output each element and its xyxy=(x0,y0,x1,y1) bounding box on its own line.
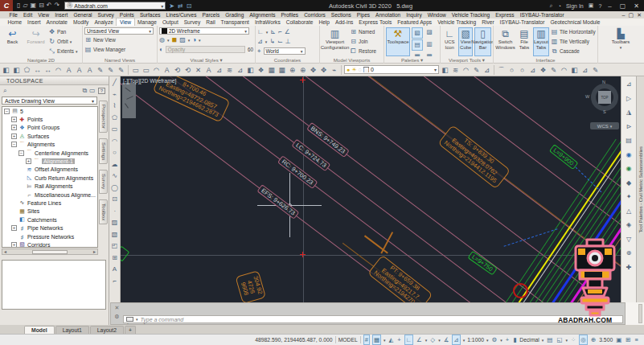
ortho-mode-icon[interactable]: ∟ xyxy=(404,335,413,345)
polygon-icon[interactable]: ⬠ xyxy=(110,113,120,125)
tree-item-centerline-alignments[interactable]: −⌒Centerline Alignments xyxy=(2,149,97,157)
ucs-icon-4[interactable]: ∠ xyxy=(285,28,290,35)
ribbon-tab-annotate[interactable]: Annotate xyxy=(43,18,70,26)
tree-horizontal-scrollbar[interactable]: ◄► xyxy=(2,248,98,255)
join-icon[interactable]: ⊿ xyxy=(236,64,244,76)
menu-grading[interactable]: Grading xyxy=(223,12,247,18)
make-current-icon[interactable]: ✎ xyxy=(472,64,481,76)
ribbon-tab-rail[interactable]: Rail xyxy=(203,18,218,26)
tile-horizontally-button[interactable]: ▤Tile Horizontally xyxy=(551,27,596,36)
attach-icon[interactable]: ⊕ xyxy=(288,64,297,76)
mark-icon[interactable]: ⌁ xyxy=(330,64,338,76)
grid-display-icon[interactable]: # xyxy=(363,335,370,345)
scale-icon[interactable]: ✎ xyxy=(106,64,115,76)
square-icon[interactable]: ⟲ xyxy=(173,64,182,76)
mdi-minimize-button[interactable]: – xyxy=(622,12,626,18)
menu-sections[interactable]: Sections xyxy=(328,12,354,18)
tree-item-alignments[interactable]: −⌒Alignments xyxy=(2,141,97,149)
menu-surfaces[interactable]: Surfaces xyxy=(137,12,163,18)
panel-label[interactable]: Visual Styles ▾ xyxy=(158,56,255,64)
view-manager-button[interactable]: ▤View Manager xyxy=(84,45,155,54)
ribbon-tab-featured-apps[interactable]: Featured Apps xyxy=(395,18,435,26)
block-icon[interactable]: ▦ xyxy=(277,64,286,76)
ribbon-tab-insert[interactable]: Insert xyxy=(25,18,44,26)
ucs-icon-button[interactable]: ∟ UCS Icon xyxy=(442,27,457,56)
app-logo-icon[interactable]: C xyxy=(0,0,13,11)
menu-survey[interactable]: Survey xyxy=(95,12,117,18)
dynamic-input-icon[interactable]: + xyxy=(396,335,401,344)
hatch-icon[interactable]: ▨ xyxy=(110,217,120,229)
tree-item-offset-alignments[interactable]: ≋Offset Alignments xyxy=(2,166,97,174)
switch-windows-button[interactable]: ⧉ Switch Windows xyxy=(495,27,515,56)
layer-off-icon[interactable]: ◠ xyxy=(461,64,470,76)
add-scales-icon[interactable]: + xyxy=(505,335,510,344)
arc-icon[interactable]: ◠ xyxy=(110,136,120,148)
redo-icon[interactable]: ↷ xyxy=(55,2,60,10)
mdi-restore-button[interactable]: ▢ xyxy=(629,12,634,18)
customize-icon[interactable]: ⚙ xyxy=(114,314,119,320)
join-viewports-button[interactable]: ⊟Join xyxy=(350,37,376,46)
insert-icon[interactable]: ▦ xyxy=(267,64,276,76)
lock-icon[interactable]: ≋ xyxy=(225,64,234,76)
close-button[interactable]: ✕ xyxy=(632,2,641,10)
quick-properties-icon[interactable]: ▤ xyxy=(546,335,553,344)
line-icon[interactable]: ╱ xyxy=(110,77,120,89)
restore-button[interactable]: ▢ xyxy=(618,2,628,10)
lasso-icon[interactable]: ▭ xyxy=(142,64,150,76)
arrow-icon[interactable]: ⟲ xyxy=(183,64,192,76)
menu-express[interactable]: Express xyxy=(493,12,517,18)
properties-icon[interactable]: ✎ xyxy=(549,64,558,76)
stamp-3-icon[interactable]: △ xyxy=(623,205,635,219)
infer-constraints-icon[interactable]: ◭ xyxy=(388,335,395,344)
rectangle-icon[interactable]: ▭ xyxy=(110,124,120,136)
plot-icon[interactable]: ⊟ xyxy=(39,2,44,10)
ucs-icon-1[interactable]: ∟ xyxy=(257,28,264,35)
tree-expand-icon[interactable]: + xyxy=(11,242,17,248)
chevron-down-icon[interactable]: ▾ xyxy=(434,67,437,72)
panel-label[interactable]: Navigate 2D xyxy=(0,56,82,64)
divide-icon[interactable]: ✥ xyxy=(319,64,328,76)
revision-cloud-icon[interactable]: ☁ xyxy=(110,159,120,171)
coordinate-label[interactable]: 304.9247269608 xyxy=(236,270,266,302)
ucs-selector[interactable]: World▾ xyxy=(264,47,306,55)
layer-selector[interactable]: ●☀◌▆0▾ xyxy=(344,65,439,74)
undo-icon[interactable]: ↶ xyxy=(47,2,52,10)
copy-properties-icon[interactable]: ◧ xyxy=(12,64,21,76)
annotation-scale[interactable]: 1:1000 xyxy=(467,337,484,343)
mdi-close-button[interactable]: ✕ xyxy=(637,12,642,18)
layout-tab-model[interactable]: Model xyxy=(24,326,55,334)
stamp-4-icon[interactable]: ◈ xyxy=(623,219,635,232)
pan-button[interactable]: ✥Pan xyxy=(48,27,78,36)
menu-file[interactable]: File xyxy=(6,12,20,18)
tree-item-point-groups[interactable]: +❖Point Groups xyxy=(2,124,97,132)
erase-icon[interactable]: ↔ xyxy=(33,64,42,76)
polar-tracking-icon[interactable]: ∠ xyxy=(416,335,423,344)
menu-isybau-translator[interactable]: ISYBAU-Translator xyxy=(517,12,567,18)
wcs-menu-button[interactable]: WCS▾ xyxy=(590,122,619,129)
panel-label[interactable]: Interface xyxy=(494,56,597,64)
tree-expand-icon[interactable]: + xyxy=(26,158,31,164)
insert-block-icon[interactable]: ⊡ xyxy=(110,194,120,206)
ucs-icon-5[interactable]: ⊿ xyxy=(257,38,263,45)
curve-length-label[interactable]: L=9+900 xyxy=(549,144,578,170)
extents-button[interactable]: ⤡Extents▾ xyxy=(48,47,78,55)
region-icon[interactable]: ◰ xyxy=(110,240,120,253)
toolspace-panorama-icon[interactable]: ▭ xyxy=(89,87,96,94)
graphics-performance-icon[interactable]: ◎ xyxy=(579,335,588,345)
menu-view[interactable]: View xyxy=(35,12,52,18)
offset-icon[interactable]: A xyxy=(64,64,73,76)
ribbon-tab-analyze[interactable]: Analyze xyxy=(92,18,116,26)
ribbon-tab-infraworks[interactable]: InfraWorks xyxy=(252,18,283,26)
ribbon-tab-home[interactable]: Home xyxy=(5,18,25,26)
layer-walk-icon[interactable]: ⊿ xyxy=(482,64,491,76)
viewport-controls-label[interactable]: [-][Top][2D Wireframe] xyxy=(123,78,176,84)
report-icon[interactable]: ▤ xyxy=(623,134,635,148)
tree-item-surfaces[interactable]: +◬Surfaces xyxy=(2,132,97,140)
help-button[interactable]: ? xyxy=(598,3,601,9)
array-icon[interactable]: A xyxy=(75,64,84,76)
orbit-button[interactable]: ↻Orbit▾ xyxy=(48,37,78,46)
tree-expand-icon[interactable]: − xyxy=(11,142,17,147)
align-icon[interactable]: ⊕ xyxy=(298,64,307,76)
ribbon-tab-view[interactable]: View xyxy=(116,18,134,26)
spline-icon[interactable]: ⊿ xyxy=(215,64,224,76)
